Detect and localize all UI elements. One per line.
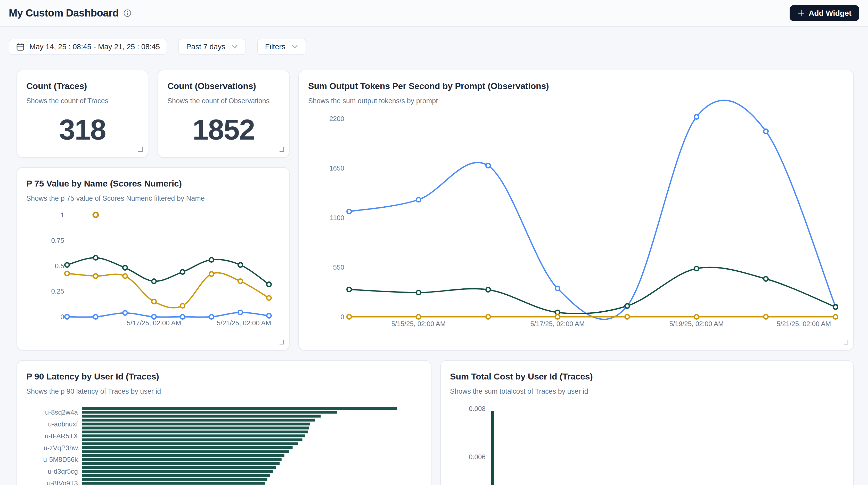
- bar: [82, 478, 268, 481]
- page-title: My Custom Dashboard: [9, 7, 119, 19]
- line-series-prompt-blue: [349, 100, 836, 320]
- y-axis-category-label: u-tFAR5TX: [44, 432, 78, 440]
- resize-handle-icon[interactable]: [137, 146, 143, 153]
- data-point: [347, 315, 351, 319]
- data-point: [347, 287, 351, 292]
- data-point: [764, 277, 768, 281]
- data-point: [555, 310, 560, 315]
- data-point: [181, 315, 185, 319]
- y-axis-tick: 0.75: [51, 237, 64, 244]
- bar: [82, 407, 397, 410]
- bar: [82, 482, 265, 485]
- p90-bar-chart[interactable]: u-8sq2w4au-aobnuxfu-tFAR5TXu-zVqP3hwu-5M…: [17, 361, 432, 485]
- resize-handle-icon[interactable]: [842, 339, 849, 346]
- data-point: [486, 315, 491, 319]
- data-point: [486, 287, 491, 292]
- data-point-isolated: [93, 213, 98, 217]
- resize-handle-icon[interactable]: [278, 339, 284, 346]
- y-axis-tick: 1100: [330, 214, 344, 222]
- data-point: [694, 315, 699, 319]
- line-series-prompt-teal: [349, 267, 836, 314]
- y-axis-tick: 0: [61, 313, 64, 321]
- time-preset-dropdown[interactable]: Past 7 days: [179, 39, 246, 55]
- data-point: [694, 115, 699, 119]
- data-point: [238, 263, 243, 267]
- bar: [82, 434, 305, 437]
- data-point: [267, 296, 271, 300]
- data-point: [416, 315, 421, 319]
- y-axis-tick: 0.006: [469, 453, 486, 461]
- data-point: [555, 315, 560, 319]
- bar: [82, 443, 298, 445]
- cost-bar-chart[interactable]: 0.0080.006: [441, 361, 854, 485]
- data-point: [181, 304, 185, 308]
- data-point: [152, 315, 156, 319]
- y-axis-category-label: u-8sq2w4a: [45, 408, 78, 416]
- data-point: [347, 210, 351, 214]
- bar: [82, 427, 309, 429]
- data-point: [625, 304, 629, 308]
- y-axis-tick: 0.5: [55, 262, 64, 270]
- data-point: [209, 315, 214, 319]
- data-point: [209, 272, 214, 276]
- x-axis-tick: 5/21/25, 02:00 AM: [217, 319, 271, 327]
- bar: [491, 411, 494, 485]
- chevron-down-icon: [231, 44, 238, 50]
- filters-dropdown[interactable]: Filters: [257, 39, 306, 55]
- widget-subtitle: Shows the count of Traces: [26, 97, 108, 105]
- data-point: [123, 274, 127, 278]
- data-point: [238, 310, 243, 315]
- bar: [82, 458, 282, 461]
- bar: [82, 423, 310, 425]
- widget-p75-scores-chart: P 75 Value by Name (Scores Numeric) Show…: [17, 167, 289, 351]
- resize-handle-icon[interactable]: [278, 146, 284, 153]
- y-axis-tick: 1: [61, 211, 64, 219]
- x-axis-tick: 5/19/25, 02:00 AM: [669, 320, 723, 328]
- time-preset-value: Past 7 days: [186, 42, 225, 51]
- p75-line-chart[interactable]: 00.250.50.7515/17/25, 02:00 AM5/21/25, 0…: [17, 168, 290, 351]
- x-axis-tick: 5/15/25, 02:00 AM: [391, 320, 445, 328]
- y-axis-tick: 2200: [329, 115, 344, 123]
- widget-total-cost-chart: Sum Total Cost by User Id (Traces) Shows…: [440, 360, 854, 485]
- y-axis-category-label: u-8fVo9T3: [47, 479, 78, 485]
- y-axis-category-label: u-zVqP3hw: [43, 444, 78, 452]
- x-axis-tick: 5/17/25, 02:00 AM: [127, 319, 181, 327]
- data-point: [94, 274, 98, 278]
- data-point: [416, 198, 421, 202]
- widget-title: Count (Observations): [167, 81, 256, 91]
- data-point: [65, 315, 69, 319]
- data-point: [123, 266, 127, 270]
- add-widget-button[interactable]: Add Widget: [789, 5, 859, 21]
- data-point: [833, 305, 838, 309]
- y-axis-category-label: u-d3qr5cg: [48, 467, 78, 475]
- widget-title: Count (Traces): [26, 81, 87, 91]
- bar: [82, 415, 321, 418]
- y-axis-tick: 0: [341, 313, 344, 321]
- data-point: [94, 315, 98, 319]
- y-axis-tick: 550: [333, 263, 344, 271]
- x-axis-tick: 5/17/25, 02:00 AM: [530, 320, 585, 328]
- data-point: [416, 291, 421, 295]
- data-point: [764, 315, 768, 319]
- filters-label: Filters: [265, 42, 285, 51]
- y-axis-tick: 1650: [329, 164, 344, 172]
- bar: [82, 446, 293, 449]
- widget-count-traces: Count (Traces) Shows the count of Traces…: [17, 70, 148, 158]
- date-range-picker[interactable]: May 14, 25 : 08:45 - May 21, 25 : 08:45: [9, 39, 167, 55]
- add-widget-label: Add Widget: [809, 9, 851, 18]
- data-point: [94, 256, 98, 260]
- x-axis-tick: 5/21/25, 02:00 AM: [776, 320, 831, 328]
- plus-icon: [797, 9, 805, 17]
- data-point: [555, 286, 560, 291]
- data-point: [764, 129, 768, 133]
- y-axis-category-label: u-aobnuxf: [48, 420, 78, 428]
- bar: [82, 466, 276, 469]
- tokens-line-chart[interactable]: 05501100165022005/15/25, 02:00 AM5/17/25…: [299, 70, 854, 351]
- bar: [82, 450, 289, 453]
- info-icon[interactable]: [123, 9, 131, 17]
- y-axis-tick: 0.25: [51, 287, 64, 295]
- bar: [82, 470, 273, 473]
- widget-tokens-per-second-chart: Sum Output Tokens Per Second by Prompt (…: [298, 70, 854, 351]
- bar: [82, 474, 270, 477]
- data-point: [625, 315, 629, 319]
